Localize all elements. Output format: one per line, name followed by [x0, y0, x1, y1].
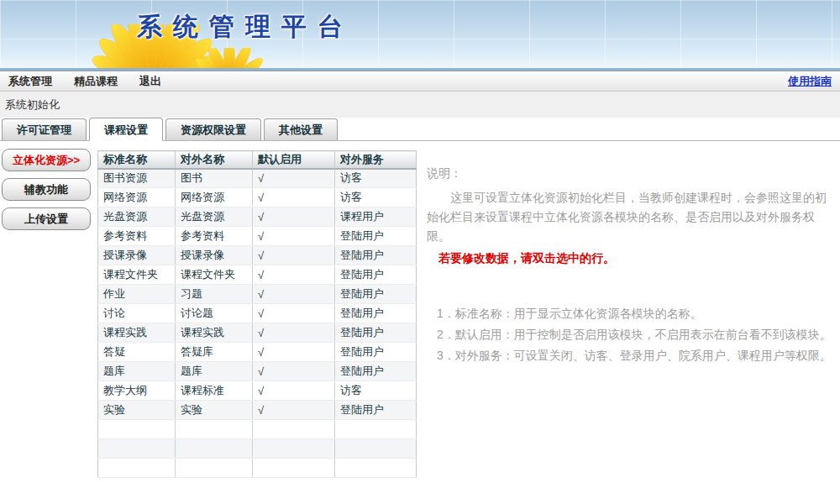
resource-table-wrap: 标准名称 对外名称 默认启用 对外服务 图书资源图书√访客网络资源网络资源√访客…: [97, 150, 417, 478]
table-cell: 课程文件夹: [98, 265, 176, 285]
table-cell: 光盘资源: [98, 207, 176, 227]
main-content: 立体化资源>> 辅教功能 上传设置 标准名称 对外名称 默认启用 对外服务 图书…: [0, 141, 840, 478]
table-cell: 登陆用户: [335, 362, 417, 381]
table-row[interactable]: 实验实验√登陆用户: [98, 401, 417, 420]
table-cell: 访客: [335, 169, 417, 188]
info-warning: 若要修改数据，请双击选中的行。: [438, 251, 832, 266]
table-cell: [176, 459, 253, 478]
table-cell: 课程标准: [176, 381, 253, 401]
table-cell: √: [253, 362, 335, 381]
page-title: 系统管理平台: [137, 10, 354, 45]
table-cell: [335, 459, 417, 478]
menu-item-logout[interactable]: 退出: [139, 74, 161, 89]
column-header-external-service: 对外服务: [335, 151, 417, 169]
info-note-1: 1．标准名称：用于显示立体化资源各模块的名称。: [427, 303, 832, 324]
table-cell: √: [253, 343, 335, 362]
table-cell: [98, 439, 176, 459]
table-cell: 实验: [98, 401, 176, 420]
sidebar-button-teaching-aid[interactable]: 辅教功能: [2, 178, 91, 201]
table-cell: 授课录像: [176, 246, 253, 265]
table-cell: 网络资源: [176, 188, 253, 207]
table-cell: √: [253, 265, 335, 285]
table-cell: [176, 439, 253, 459]
table-row[interactable]: 光盘资源光盘资源√课程用户: [98, 207, 417, 227]
table-cell: 登陆用户: [335, 227, 417, 246]
table-row[interactable]: 网络资源网络资源√访客: [98, 188, 417, 207]
menu-bar: 系统管理 精品课程 退出 使用指南: [0, 71, 840, 92]
table-cell: 登陆用户: [335, 265, 417, 285]
table-cell: √: [253, 304, 335, 323]
table-cell: 登陆用户: [335, 323, 417, 343]
table-cell: √: [253, 227, 335, 246]
tab-license-manage[interactable]: 许可证管理: [2, 118, 87, 140]
menu-item-system-manage[interactable]: 系统管理: [8, 74, 52, 89]
table-row[interactable]: 作业习题√登陆用户: [98, 285, 417, 304]
info-paragraph: 这里可设置立体化资源初始化栏目，当教师创建课程时，会参照这里的初始化栏目来设置课…: [427, 188, 832, 246]
table-row[interactable]: 图书资源图书√访客: [98, 169, 417, 188]
table-cell: 答疑库: [176, 343, 253, 362]
breadcrumb: 系统初始化: [0, 92, 840, 118]
table-cell: 答疑: [98, 343, 176, 362]
table-cell: 课程用户: [335, 207, 417, 227]
resource-table: 标准名称 对外名称 默认启用 对外服务 图书资源图书√访客网络资源网络资源√访客…: [97, 150, 417, 478]
tab-resource-permission[interactable]: 资源权限设置: [165, 118, 261, 140]
table-cell: [98, 420, 176, 439]
info-note-3: 3．对外服务：可设置关闭、访客、登录用户、院系用户、课程用户等权限。: [427, 345, 832, 366]
table-row[interactable]: [98, 420, 417, 439]
table-row[interactable]: 课程实践课程实践√登陆用户: [98, 323, 417, 343]
table-row[interactable]: 讨论讨论题√登陆用户: [98, 304, 417, 323]
sidebar-button-stereo-resource[interactable]: 立体化资源>>: [2, 149, 91, 171]
table-cell: √: [253, 381, 335, 401]
table-row[interactable]: 题库题库√登陆用户: [98, 362, 417, 381]
table-row[interactable]: 参考资料参考资料√登陆用户: [98, 227, 417, 246]
table-cell: 作业: [98, 285, 176, 304]
table-row[interactable]: 课程文件夹课程文件夹√登陆用户: [98, 265, 417, 285]
column-header-default-enabled: 默认启用: [253, 151, 335, 169]
table-cell: 课程文件夹: [176, 265, 253, 285]
table-cell: √: [253, 207, 335, 227]
table-cell: 图书资源: [98, 169, 176, 188]
tab-strip: 许可证管理 课程设置 资源权限设置 其他设置: [0, 118, 840, 141]
table-cell: [335, 420, 417, 439]
banner: 系统管理平台: [0, 0, 840, 71]
table-row[interactable]: 教学大纲课程标准√访客: [98, 381, 417, 401]
table-row[interactable]: [98, 459, 417, 478]
table-cell: 登陆用户: [335, 285, 417, 304]
table-cell: 课程实践: [176, 323, 253, 343]
table-cell: 登陆用户: [335, 304, 417, 323]
user-guide-link[interactable]: 使用指南: [788, 74, 832, 89]
column-header-external-name: 对外名称: [176, 151, 253, 169]
column-header-standard-name: 标准名称: [98, 151, 176, 169]
table-cell: 登陆用户: [335, 246, 417, 265]
table-cell: 课程实践: [98, 323, 176, 343]
table-cell: 参考资料: [98, 227, 176, 246]
sidebar-button-upload-settings[interactable]: 上传设置: [2, 207, 91, 230]
table-row[interactable]: [98, 439, 417, 459]
table-row[interactable]: 答疑答疑库√登陆用户: [98, 343, 417, 362]
table-cell: [253, 439, 335, 459]
table-cell: 题库: [98, 362, 176, 381]
table-cell: √: [253, 169, 335, 188]
table-cell: 教学大纲: [98, 381, 176, 401]
tab-other-settings[interactable]: 其他设置: [264, 118, 338, 140]
table-header-row: 标准名称 对外名称 默认启用 对外服务: [98, 151, 417, 169]
table-cell: 图书: [176, 169, 253, 188]
table-cell: 习题: [176, 285, 253, 304]
info-notes: 1．标准名称：用于显示立体化资源各模块的名称。 2．默认启用：用于控制是否启用该…: [427, 303, 832, 366]
table-cell: [335, 439, 417, 459]
table-cell: √: [253, 401, 335, 420]
table-cell: 登陆用户: [335, 343, 417, 362]
table-row[interactable]: 授课录像授课录像√登陆用户: [98, 246, 417, 265]
tab-course-settings[interactable]: 课程设置: [89, 118, 163, 141]
table-cell: 访客: [335, 188, 417, 207]
table-cell: 访客: [335, 381, 417, 401]
info-panel: 说明： 这里可设置立体化资源初始化栏目，当教师创建课程时，会参照这里的初始化栏目…: [417, 141, 840, 366]
table-cell: [176, 420, 253, 439]
table-cell: 讨论: [98, 304, 176, 323]
menu-item-quality-course[interactable]: 精品课程: [74, 74, 118, 89]
table-cell: [253, 459, 335, 478]
table-cell: [98, 459, 176, 478]
table-cell: 实验: [176, 401, 253, 420]
table-cell: √: [253, 188, 335, 207]
table-cell: 讨论题: [176, 304, 253, 323]
